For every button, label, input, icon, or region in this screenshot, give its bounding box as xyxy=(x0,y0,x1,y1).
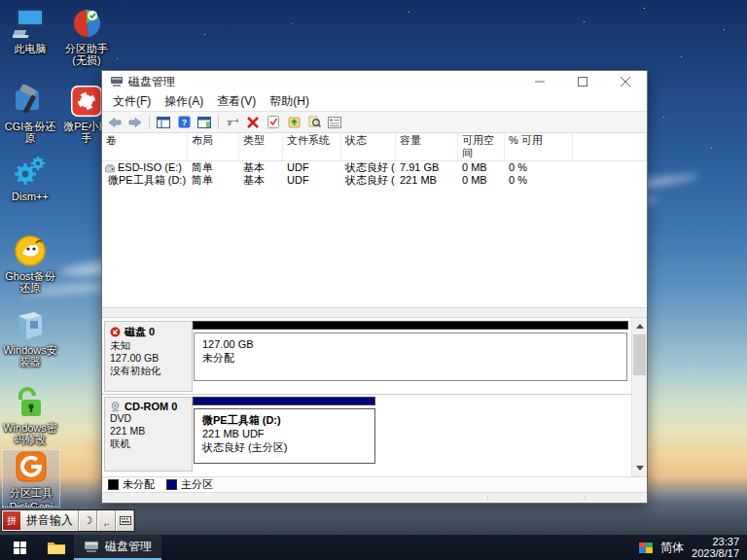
ime-tray-icon[interactable] xyxy=(639,542,653,553)
desktop-icon-partition-assistant[interactable]: 分区助手(无损) xyxy=(58,6,115,66)
import-icon[interactable] xyxy=(285,114,302,130)
col-filesystem[interactable]: 文件系统 xyxy=(283,133,341,160)
region-size: 127.00 GB xyxy=(202,337,619,351)
close-button[interactable] xyxy=(604,71,647,92)
cell-type: 基本 xyxy=(239,174,283,187)
disk-0-info[interactable]: 磁盘 0 未知 127.00 GB 没有初始化 xyxy=(104,321,193,392)
col-status[interactable]: 状态 xyxy=(341,133,396,160)
ime-logo-icon[interactable]: 拼 xyxy=(3,511,20,530)
action-pane-icon[interactable] xyxy=(196,114,213,130)
delete-icon[interactable] xyxy=(244,114,262,130)
ime-mode-label[interactable]: 拼音输入 xyxy=(21,510,79,531)
windows-logo-icon xyxy=(14,542,26,554)
desktop-icon-label: Dism++ xyxy=(2,191,58,202)
pane-splitter[interactable] xyxy=(102,307,647,318)
col-volume[interactable]: 卷 xyxy=(102,133,188,160)
desktop-icon-windows-installer[interactable]: Windows安装器 xyxy=(2,307,58,368)
check-document-icon[interactable] xyxy=(265,114,282,130)
desktop-icon-cgi-backup[interactable]: CGI备份还原 xyxy=(2,84,58,144)
disk-name: CD-ROM 0 xyxy=(124,401,177,412)
search-icon[interactable] xyxy=(305,114,323,130)
console-tree-icon[interactable] xyxy=(155,114,172,130)
disk-capacity: 221 MB xyxy=(110,425,187,438)
toolbar: ? xyxy=(102,111,647,133)
cell-filesystem: UDF xyxy=(283,174,341,187)
legend-unallocated: 未分配 xyxy=(108,477,155,492)
window-title: 磁盘管理 xyxy=(128,74,518,90)
taskbar-spacer xyxy=(161,535,639,560)
system-tray: 简体 23:37 2023/8/17 xyxy=(639,535,747,560)
fullwidth-toggle-icon[interactable]: ☽ xyxy=(79,510,97,531)
legend-bar: 未分配 主分区 xyxy=(102,476,647,492)
start-button[interactable] xyxy=(0,535,39,560)
punctuation-toggle-icon[interactable]: ,. xyxy=(97,510,116,531)
region-size-fs: 221 MB UDF xyxy=(202,427,367,440)
ime-indicator[interactable]: 简体 xyxy=(660,540,684,556)
col-capacity[interactable]: 容量 xyxy=(396,133,458,160)
desktop-icon-dism[interactable]: Dism++ xyxy=(2,154,58,202)
help-icon[interactable]: ? xyxy=(175,114,193,130)
desktop-icon-this-pc[interactable]: 此电脑 xyxy=(2,6,58,54)
desktop-icon-label: Windows密码修改 xyxy=(2,422,58,445)
desktop-icon-password-reset[interactable]: Windows密码修改 xyxy=(2,385,58,445)
status-bar xyxy=(102,492,647,503)
partition-assistant-icon xyxy=(69,6,104,41)
cgi-backup-icon xyxy=(13,84,48,119)
unallocated-region[interactable]: 127.00 GB 未分配 xyxy=(194,332,627,381)
properties-icon[interactable] xyxy=(326,114,343,130)
toolbar-separator xyxy=(149,115,150,129)
col-type[interactable]: 类型 xyxy=(239,133,283,160)
col-layout[interactable]: 布局 xyxy=(188,133,239,160)
desktop-icon-label: Ghost备份还原 xyxy=(2,270,58,294)
col-percent-free[interactable]: % 可用 xyxy=(505,133,573,160)
clock-time: 23:37 xyxy=(692,536,739,547)
diskgenius-icon xyxy=(14,450,49,485)
cdrom-drive-icon xyxy=(110,402,121,412)
cell-percent-free: 0 % xyxy=(505,174,573,187)
maximize-button[interactable] xyxy=(561,71,604,92)
cell-capacity: 221 MB xyxy=(396,174,458,187)
menu-file[interactable]: 文件(F) xyxy=(106,93,158,110)
scroll-down-icon[interactable] xyxy=(632,461,647,475)
desktop-icon-label: Windows安装器 xyxy=(2,344,58,368)
language-bar[interactable]: 拼 拼音输入 ☽ ,. xyxy=(1,509,135,532)
primary-partition-region[interactable]: 微PE工具箱 (D:) 221 MB UDF 状态良好 (主分区) xyxy=(194,408,375,464)
menu-action[interactable]: 操作(A) xyxy=(158,93,210,110)
soft-keyboard-icon[interactable] xyxy=(116,510,134,531)
desktop-icon-sublabel: DiskGeni xyxy=(3,501,59,508)
title-bar[interactable]: 磁盘管理 xyxy=(102,71,647,92)
cell-layout: 简单 xyxy=(188,174,239,187)
taskbar-item-label: 磁盘管理 xyxy=(105,539,152,555)
col-extra xyxy=(573,133,647,160)
col-free-space[interactable]: 可用空间 xyxy=(458,133,505,160)
file-explorer-button[interactable] xyxy=(39,535,74,560)
graphical-pane-scrollbar[interactable] xyxy=(631,318,647,476)
disk-management-icon xyxy=(110,76,124,88)
forward-icon[interactable] xyxy=(126,114,144,130)
primary-partition-strip[interactable] xyxy=(193,397,375,405)
taskbar-item-disk-management[interactable]: 磁盘管理 xyxy=(74,535,161,560)
taskbar-clock[interactable]: 23:37 2023/8/17 xyxy=(692,536,739,559)
legend-swatch-unallocated xyxy=(108,479,119,490)
menu-view[interactable]: 查看(V) xyxy=(210,93,263,110)
legend-label: 未分配 xyxy=(123,477,155,492)
volume-row-wepe-toolbox[interactable]: 微PE工具箱 (D:) 简单 基本 UDF 状态良好 (... 221 MB 0… xyxy=(102,174,647,187)
back-icon[interactable] xyxy=(106,114,124,130)
cdrom-0-info[interactable]: CD-ROM 0 DVD 221 MB 联机 xyxy=(104,397,193,472)
desktop-icon-diskgenius[interactable]: 分区工具 DiskGeni xyxy=(2,449,60,508)
desktop-icon-ghost-backup[interactable]: Ghost备份还原 xyxy=(2,233,58,294)
region-volume-name: 微PE工具箱 (D:) xyxy=(202,413,367,427)
toolbar-separator xyxy=(218,115,219,129)
status-separator xyxy=(487,496,488,500)
cdrom-0-region-area: 微PE工具箱 (D:) 221 MB UDF 状态良好 (主分区) xyxy=(193,397,630,472)
menu-help[interactable]: 帮助(H) xyxy=(263,93,316,110)
volume-row-esd-iso[interactable]: ESD-ISO (E:) 简单 基本 UDF 状态良好 (... 7.91 GB… xyxy=(102,161,647,174)
unallocated-strip[interactable] xyxy=(193,321,628,330)
cell-layout: 简单 xyxy=(188,161,239,174)
wepe-helper-icon xyxy=(69,84,104,119)
tool-icon[interactable] xyxy=(224,114,241,130)
scrollbar-thumb[interactable] xyxy=(633,334,646,375)
status-separator xyxy=(585,496,586,500)
scroll-up-icon[interactable] xyxy=(632,319,647,333)
minimize-button[interactable] xyxy=(518,71,561,92)
